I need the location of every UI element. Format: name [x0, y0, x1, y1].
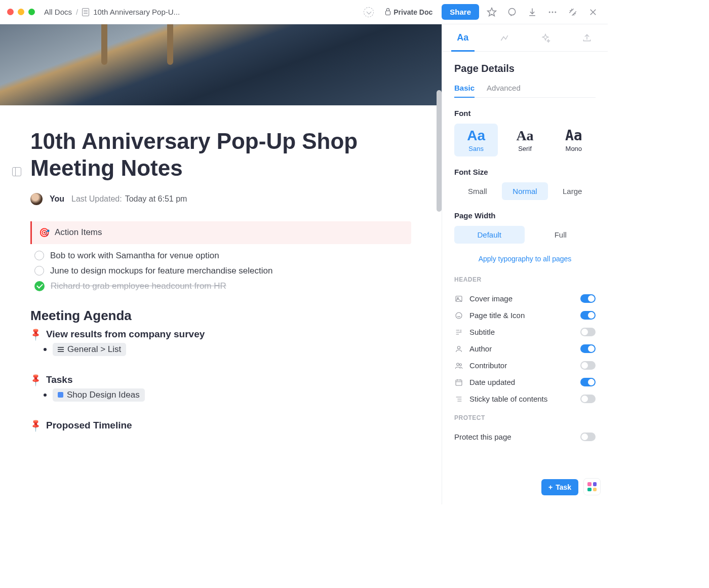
toggle-label: Cover image [469, 294, 513, 303]
sidebar-toggle-icon[interactable] [12, 167, 21, 176]
task-chip[interactable]: Shop Design Ideas [53, 388, 145, 402]
window-controls[interactable] [7, 9, 35, 15]
view-chip[interactable]: General > List [53, 343, 126, 356]
tab-export[interactable] [566, 24, 608, 51]
list-item[interactable]: General > List [30, 343, 411, 356]
checkbox-icon[interactable] [34, 251, 44, 260]
protect-group-label: PROTECT [454, 414, 596, 421]
size-normal[interactable]: Normal [502, 182, 548, 200]
panel-title: Page Details [454, 63, 596, 74]
svg-point-9 [457, 363, 459, 366]
svg-point-7 [456, 312, 462, 319]
apps-button[interactable] [583, 478, 601, 495]
toggle-switch[interactable] [580, 328, 596, 336]
toggle-row: Page title & Icon [454, 307, 596, 324]
comment-icon[interactable] [504, 5, 520, 20]
font-sans[interactable]: AaSans [454, 124, 498, 156]
tab-typography[interactable]: Aa [442, 24, 484, 51]
size-large[interactable]: Large [549, 182, 596, 200]
pin-row-timeline[interactable]: 📌 Proposed Timeline [30, 420, 411, 431]
maximize-window-icon[interactable] [28, 9, 35, 15]
share-button[interactable]: Share [442, 4, 479, 20]
task-status-icon [58, 392, 63, 398]
checkbox-checked-icon[interactable] [34, 281, 45, 291]
fontsize-section-label: Font Size [454, 168, 596, 176]
toggle-row: Author [454, 340, 596, 357]
pin-icon: 📌 [28, 327, 44, 342]
new-task-button[interactable]: + Task [541, 479, 578, 495]
toggle-label: Subtitle [469, 328, 495, 336]
font-section-label: Font [454, 109, 596, 117]
size-small[interactable]: Small [454, 182, 501, 200]
action-items-callout[interactable]: 🎯 Action Items [30, 221, 411, 244]
people-icon [454, 362, 463, 370]
svg-marker-0 [488, 8, 496, 16]
page-title[interactable]: 10th Anniversary Pop-Up Shop Meeting Not… [30, 128, 411, 182]
font-serif[interactable]: AaSerif [503, 124, 546, 156]
tab-stats[interactable] [484, 24, 525, 51]
more-icon[interactable] [545, 5, 560, 20]
toggle-switch[interactable] [580, 294, 596, 303]
toggle-row: Subtitle [454, 324, 596, 340]
toggle-switch[interactable] [580, 378, 596, 386]
pin-row-survey[interactable]: 📌 View results from company survey [30, 329, 411, 340]
apply-typography-link[interactable]: Apply typography to all pages [454, 255, 596, 263]
toggle-switch[interactable] [580, 361, 596, 370]
toggle-switch[interactable] [580, 344, 596, 353]
toggle-row: Date updated [454, 374, 596, 390]
lock-icon [385, 11, 390, 15]
breadcrumb-doc-title[interactable]: 10th Anniversary Pop-U... [93, 8, 180, 16]
toggle-label: Author [469, 344, 492, 353]
collapse-icon[interactable] [565, 5, 580, 20]
toggle-switch[interactable] [580, 395, 596, 403]
callout-label: Action Items [55, 227, 102, 238]
plus-icon: + [548, 483, 553, 491]
cover-image[interactable] [0, 24, 442, 105]
toggle-label: Contributor [469, 361, 507, 370]
svg-point-8 [457, 346, 460, 348]
image-icon [454, 295, 463, 303]
toggle-row: Sticky table of contents [454, 390, 596, 407]
svg-rect-11 [456, 380, 462, 385]
toggle-switch[interactable] [580, 311, 596, 320]
checklist: Bob to work with Samantha for venue opti… [30, 248, 411, 294]
avatar[interactable] [30, 193, 43, 205]
subtitle-icon [454, 328, 463, 336]
toggle-protect[interactable] [580, 433, 596, 441]
close-window-icon[interactable] [7, 9, 14, 15]
toc-icon [454, 395, 463, 403]
svg-point-4 [555, 11, 556, 13]
bullet-icon [44, 394, 47, 397]
width-section-label: Page Width [454, 211, 596, 220]
privacy-button[interactable]: Private Doc [381, 6, 437, 19]
svg-point-1 [508, 8, 515, 15]
target-icon: 🎯 [39, 227, 50, 238]
heading-agenda[interactable]: Meeting Agenda [30, 308, 411, 324]
scrollbar[interactable] [437, 90, 442, 212]
toggle-label: Sticky table of contents [469, 395, 547, 403]
favorite-icon[interactable] [484, 5, 499, 20]
checklist-item[interactable]: June to design mockups for feature merch… [30, 263, 411, 279]
checkbox-icon[interactable] [34, 266, 44, 276]
header-group-label: HEADER [454, 276, 596, 283]
font-mono[interactable]: AaMono [552, 124, 596, 156]
minimize-window-icon[interactable] [18, 9, 24, 15]
smile-icon [454, 311, 463, 320]
subtab-basic[interactable]: Basic [454, 84, 475, 97]
breadcrumb-root[interactable]: All Docs [44, 8, 72, 16]
checklist-item[interactable]: Bob to work with Samantha for venue opti… [30, 248, 411, 263]
width-default[interactable]: Default [454, 226, 525, 244]
author-name: You [50, 194, 64, 204]
subtab-advanced[interactable]: Advanced [487, 84, 521, 97]
width-full[interactable]: Full [526, 226, 596, 244]
person-icon [454, 345, 463, 353]
tab-ai[interactable] [525, 24, 567, 51]
download-icon[interactable] [525, 5, 540, 20]
checklist-item[interactable]: Richard to grab employee headcount from … [30, 279, 411, 294]
history-icon[interactable] [361, 5, 376, 20]
close-panel-icon[interactable] [585, 5, 601, 20]
pin-row-tasks[interactable]: 📌 Tasks [30, 374, 411, 385]
toggle-row: Contributor [454, 357, 596, 374]
calendar-icon [454, 378, 463, 386]
list-item[interactable]: Shop Design Ideas [30, 388, 411, 402]
